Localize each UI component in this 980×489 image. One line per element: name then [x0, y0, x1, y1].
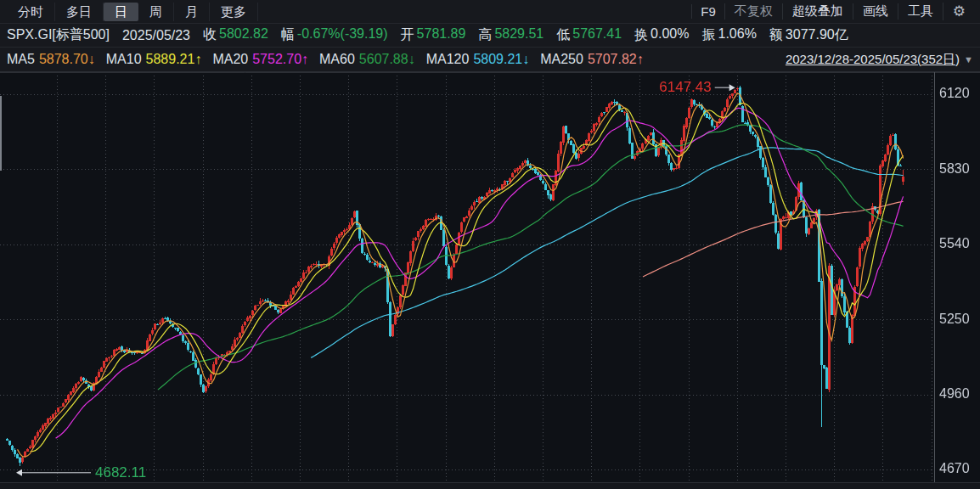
ma20-label: MA20: [212, 52, 248, 67]
ma5-value: 5878.70↓: [39, 52, 95, 67]
period-tabbar: 分时 多日 日 周 月 更多 F9 不复权 超级叠加 画线 工具 ⚙: [0, 0, 980, 24]
adjust-mode-button[interactable]: 不复权: [724, 3, 782, 20]
change-value: -0.67%(-39.19): [297, 26, 388, 44]
low-value: 5767.41: [572, 26, 622, 44]
gear-icon[interactable]: ⚙: [943, 3, 973, 20]
amount-value: 3077.90亿: [786, 26, 848, 44]
symbol-label[interactable]: SPX.GI[标普500]: [7, 26, 110, 44]
f9-shortcut-label[interactable]: F9: [691, 4, 724, 19]
draw-line-button[interactable]: 画线: [853, 3, 898, 20]
ma-legend-row: MA55878.70↓ MA105889.21↑ MA205752.70↑ MA…: [0, 48, 980, 72]
ma250-value: 5707.82↑: [588, 52, 644, 67]
high-field: 高5829.51: [478, 26, 544, 44]
ma60-value: 5607.88↓: [359, 52, 415, 67]
date-range-label[interactable]: 2023/12/28-2025/05/23(352日): [786, 52, 960, 68]
tab-weekly[interactable]: 周: [138, 3, 174, 21]
amplitude-value: 1.06%: [718, 26, 756, 44]
ma20-legend: MA205752.70↑: [212, 52, 308, 67]
high-label: 高: [478, 26, 492, 44]
ma10-label: MA10: [106, 52, 142, 67]
ma120-value: 5809.21↓: [473, 52, 529, 67]
ma120-label: MA120: [426, 52, 470, 67]
close-label: 收: [203, 26, 217, 44]
toolbar-right: F9 不复权 超级叠加 画线 工具 ⚙: [691, 0, 973, 23]
ma10-value: 5889.21↑: [146, 52, 202, 67]
tools-button[interactable]: 工具: [898, 3, 943, 20]
ma250-legend: MA2505707.82↑: [540, 52, 644, 67]
tab-daily[interactable]: 日: [104, 3, 138, 21]
chevron-down-icon[interactable]: ▼: [964, 54, 973, 65]
turnover-field: 换0.00%: [634, 26, 689, 44]
period-tabs: 分时 多日 日 周 月 更多: [7, 0, 258, 23]
candlestick-chart[interactable]: [0, 72, 980, 489]
ma20-value: 5752.70↑: [252, 52, 308, 67]
ma60-label: MA60: [319, 52, 355, 67]
low-label: 低: [556, 26, 570, 44]
tab-multiday[interactable]: 多日: [55, 3, 104, 21]
amount-label: 额: [769, 26, 783, 44]
ma250-label: MA250: [540, 52, 583, 67]
open-field: 开5781.89: [401, 26, 466, 44]
amplitude-label: 振: [701, 26, 715, 44]
open-label: 开: [401, 26, 414, 44]
overlay-button[interactable]: 超级叠加: [782, 3, 853, 20]
tab-monthly[interactable]: 月: [174, 3, 210, 21]
quote-info-row: SPX.GI[标普500] 2025/05/23 收5802.82 幅-0.67…: [0, 24, 980, 48]
ma10-legend: MA105889.21↑: [106, 52, 202, 67]
amplitude-field: 振1.06%: [701, 26, 756, 44]
date-range-selector[interactable]: 2023/12/28-2025/05/23(352日) ▼: [786, 52, 973, 68]
ma5-legend: MA55878.70↓: [7, 52, 95, 67]
tab-minute[interactable]: 分时: [7, 3, 55, 21]
tab-more[interactable]: 更多: [210, 3, 258, 21]
ma5-label: MA5: [7, 52, 35, 67]
low-field: 低5767.41: [556, 26, 622, 44]
change-field: 幅-0.67%(-39.19): [281, 26, 388, 44]
high-value: 5829.51: [494, 26, 544, 44]
chart-header: 分时 多日 日 周 月 更多 F9 不复权 超级叠加 画线 工具 ⚙ SPX.G…: [0, 0, 980, 72]
amount-field: 额3077.90亿: [769, 26, 848, 44]
turnover-value: 0.00%: [651, 26, 689, 44]
close-field: 收5802.82: [203, 26, 268, 44]
close-value: 5802.82: [219, 26, 268, 44]
open-value: 5781.89: [417, 26, 466, 44]
ma120-legend: MA1205809.21↓: [426, 52, 530, 67]
date-label: 2025/05/23: [122, 28, 190, 43]
change-label: 幅: [281, 26, 295, 44]
ma60-legend: MA605607.88↓: [319, 52, 415, 67]
turnover-label: 换: [634, 26, 648, 44]
